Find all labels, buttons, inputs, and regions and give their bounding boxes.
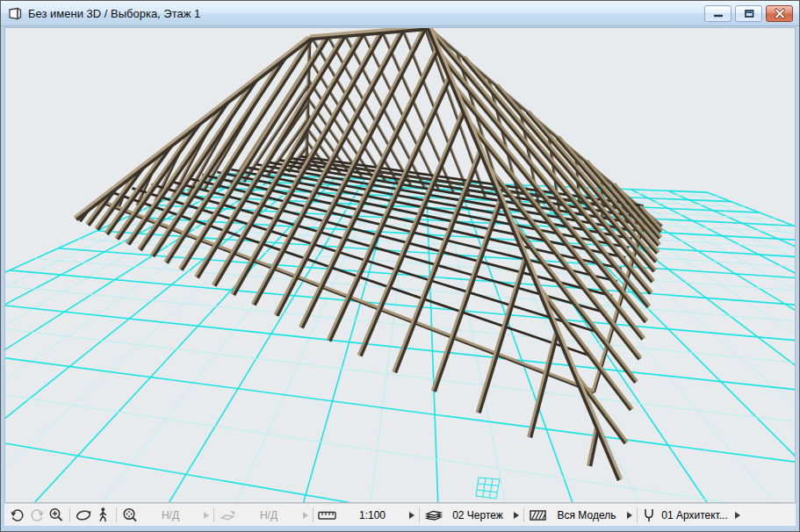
separator <box>419 507 420 522</box>
3d-window-icon <box>8 7 23 20</box>
walk-person-icon <box>96 507 110 524</box>
window-title: Без имени 3D / Выборка, Этаж 1 <box>28 7 200 20</box>
drawing-value: 02 Чертеж <box>444 509 511 521</box>
zoom-level-value: Н/Д <box>140 509 201 521</box>
orientation-button <box>218 506 237 525</box>
scale-ruler-icon <box>317 507 338 524</box>
separator <box>116 507 117 522</box>
orbit-button[interactable] <box>74 506 93 525</box>
previous-view-button[interactable] <box>8 506 27 525</box>
minimize-icon <box>711 8 725 18</box>
model-filter-value: Вся Модель <box>549 509 624 521</box>
roof-framing <box>75 28 663 480</box>
origin-marker <box>476 478 500 499</box>
separator <box>213 507 214 522</box>
orientation-menu-arrow <box>302 511 309 520</box>
orientation-value: Н/Д <box>237 509 300 521</box>
model-filter-menu-arrow <box>626 511 633 520</box>
zoom-in-button[interactable] <box>47 506 66 525</box>
separator <box>523 507 524 522</box>
next-view-icon <box>28 507 46 524</box>
zoom-in-icon <box>47 507 65 524</box>
restore-icon <box>742 8 756 19</box>
layer-control[interactable]: 01 Архитект... <box>641 507 741 524</box>
restore-button[interactable] <box>735 5 762 22</box>
close-button[interactable] <box>766 5 793 22</box>
fit-in-window-button[interactable] <box>120 506 140 525</box>
3d-viewport[interactable] <box>4 27 796 503</box>
next-view-button <box>27 506 47 525</box>
walk-explore-button[interactable] <box>93 506 112 525</box>
statusbar: Н/Д Н/Д 1:100 <box>4 503 796 526</box>
layer-value: 01 Архитект... <box>657 509 732 521</box>
orbit-icon <box>74 507 93 524</box>
drawing-menu-arrow <box>513 511 520 520</box>
model-filter-control[interactable]: Вся Модель <box>528 507 633 524</box>
titlebar[interactable]: Без имени 3D / Выборка, Этаж 1 <box>1 1 799 26</box>
scale-control[interactable]: 1:100 <box>317 507 415 524</box>
previous-view-icon <box>9 507 26 524</box>
window-frame-bottom <box>1 526 799 532</box>
pen-layer-icon <box>641 507 657 524</box>
minimize-button[interactable] <box>704 5 732 22</box>
model-filter-icon <box>528 507 549 524</box>
app-window: Без имени 3D / Выборка, Этаж 1 <box>0 0 800 532</box>
separator <box>313 507 314 522</box>
separator <box>637 507 638 522</box>
drawing-control[interactable]: 02 Чертеж <box>423 507 520 524</box>
orientation-icon <box>218 507 237 524</box>
ground-grid <box>5 174 796 503</box>
drawing-layers-icon <box>423 507 444 524</box>
close-icon <box>773 8 787 19</box>
fit-in-window-icon <box>121 507 140 524</box>
3d-scene <box>5 28 796 503</box>
scale-value: 1:100 <box>338 509 407 521</box>
layer-menu-arrow <box>734 511 741 520</box>
zoom-level-menu-arrow <box>203 511 210 520</box>
separator <box>69 507 70 522</box>
scale-menu-arrow <box>408 511 415 520</box>
